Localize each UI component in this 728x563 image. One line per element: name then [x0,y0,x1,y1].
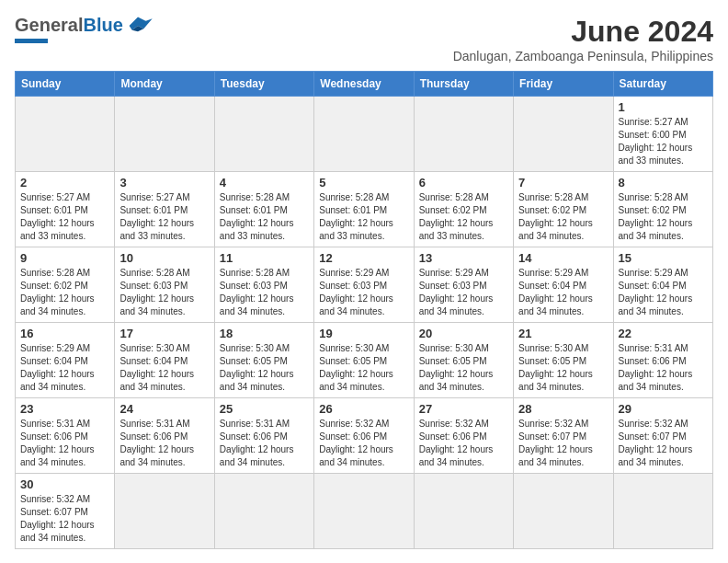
calendar-week-row: 23Sunrise: 5:31 AMSunset: 6:06 PMDayligh… [16,398,713,474]
day-info: Sunrise: 5:28 AMSunset: 6:02 PMDaylight:… [419,191,508,243]
day-number: 24 [119,402,209,416]
calendar-day-cell: 9Sunrise: 5:28 AMSunset: 6:02 PMDaylight… [16,247,115,323]
day-info: Sunrise: 5:31 AMSunset: 6:06 PMDaylight:… [619,342,708,394]
day-number: 4 [220,176,309,190]
weekday-header-wednesday: Wednesday [314,72,414,97]
calendar-day-cell: 14Sunrise: 5:29 AMSunset: 6:04 PMDayligh… [514,247,613,323]
day-info: Sunrise: 5:32 AMSunset: 6:07 PMDaylight:… [518,418,608,469]
calendar-day-cell: 11Sunrise: 5:28 AMSunset: 6:03 PMDayligh… [214,247,313,323]
day-info: Sunrise: 5:30 AMSunset: 6:05 PMDaylight:… [518,342,608,394]
calendar-day-cell: 27Sunrise: 5:32 AMSunset: 6:06 PMDayligh… [414,398,513,474]
calendar-week-row: 9Sunrise: 5:28 AMSunset: 6:02 PMDaylight… [16,247,713,323]
calendar-day-cell: 5Sunrise: 5:28 AMSunset: 6:01 PMDaylight… [314,172,414,247]
day-info: Sunrise: 5:30 AMSunset: 6:04 PMDaylight:… [119,342,209,394]
title-area: June 2024 Danlugan, Zamboanga Peninsula,… [453,15,713,63]
day-info: Sunrise: 5:30 AMSunset: 6:05 PMDaylight:… [220,342,309,394]
calendar-day-cell [613,474,712,549]
day-info: Sunrise: 5:29 AMSunset: 6:04 PMDaylight:… [619,267,708,318]
day-number: 19 [319,327,408,340]
calendar-day-cell [115,97,214,172]
day-number: 30 [20,477,109,491]
day-number: 6 [419,176,508,190]
day-number: 20 [419,327,508,340]
calendar-day-cell [314,97,414,172]
day-info: Sunrise: 5:28 AMSunset: 6:01 PMDaylight:… [319,191,408,243]
day-number: 9 [20,251,109,265]
day-info: Sunrise: 5:28 AMSunset: 6:02 PMDaylight:… [20,267,109,318]
day-number: 25 [220,402,309,416]
day-number: 16 [20,327,109,340]
calendar-day-cell [214,97,313,172]
calendar-day-cell: 29Sunrise: 5:32 AMSunset: 6:07 PMDayligh… [613,398,712,474]
day-number: 11 [220,251,309,265]
calendar-week-row: 30Sunrise: 5:32 AMSunset: 6:07 PMDayligh… [16,474,713,549]
day-number: 1 [619,100,708,114]
day-number: 3 [119,176,209,190]
calendar-day-cell: 17Sunrise: 5:30 AMSunset: 6:04 PMDayligh… [115,323,214,398]
logo-blue-text: Blue [83,15,122,36]
calendar-day-cell [514,474,613,549]
day-info: Sunrise: 5:28 AMSunset: 6:02 PMDaylight:… [518,191,608,243]
calendar-day-cell: 18Sunrise: 5:30 AMSunset: 6:05 PMDayligh… [214,323,313,398]
day-info: Sunrise: 5:29 AMSunset: 6:04 PMDaylight:… [518,267,608,318]
logo-general-text: General [15,15,83,36]
day-info: Sunrise: 5:31 AMSunset: 6:06 PMDaylight:… [119,418,209,469]
day-info: Sunrise: 5:30 AMSunset: 6:05 PMDaylight:… [319,342,408,394]
calendar-subtitle: Danlugan, Zamboanga Peninsula, Philippin… [453,49,713,63]
day-number: 18 [220,327,309,340]
calendar-day-cell: 26Sunrise: 5:32 AMSunset: 6:06 PMDayligh… [314,398,414,474]
day-number: 23 [20,402,109,416]
calendar-day-cell: 12Sunrise: 5:29 AMSunset: 6:03 PMDayligh… [314,247,414,323]
day-number: 8 [619,176,708,190]
day-info: Sunrise: 5:27 AMSunset: 6:01 PMDaylight:… [20,191,109,243]
day-info: Sunrise: 5:31 AMSunset: 6:06 PMDaylight:… [20,418,109,469]
calendar-day-cell: 4Sunrise: 5:28 AMSunset: 6:01 PMDaylight… [214,172,313,247]
weekday-header-thursday: Thursday [414,72,513,97]
calendar-day-cell: 19Sunrise: 5:30 AMSunset: 6:05 PMDayligh… [314,323,414,398]
calendar-day-cell [16,97,115,172]
calendar-day-cell: 15Sunrise: 5:29 AMSunset: 6:04 PMDayligh… [613,247,712,323]
logo-underline [15,39,48,43]
calendar-day-cell [514,97,613,172]
calendar-day-cell: 22Sunrise: 5:31 AMSunset: 6:06 PMDayligh… [613,323,712,398]
day-info: Sunrise: 5:29 AMSunset: 6:03 PMDaylight:… [419,267,508,318]
calendar-day-cell: 28Sunrise: 5:32 AMSunset: 6:07 PMDayligh… [514,398,613,474]
calendar-table: SundayMondayTuesdayWednesdayThursdayFrid… [15,71,713,549]
day-info: Sunrise: 5:32 AMSunset: 6:06 PMDaylight:… [319,418,408,469]
day-info: Sunrise: 5:32 AMSunset: 6:07 PMDaylight:… [20,493,109,545]
day-number: 5 [319,176,408,190]
page-header: General Blue June 2024 Danlugan, Zamboan… [15,15,713,63]
day-info: Sunrise: 5:28 AMSunset: 6:03 PMDaylight:… [119,267,209,318]
calendar-title: June 2024 [453,15,713,49]
day-number: 10 [119,251,209,265]
day-number: 14 [518,251,608,265]
day-info: Sunrise: 5:32 AMSunset: 6:07 PMDaylight:… [619,418,708,469]
calendar-day-cell: 20Sunrise: 5:30 AMSunset: 6:05 PMDayligh… [414,323,513,398]
calendar-day-cell: 16Sunrise: 5:29 AMSunset: 6:04 PMDayligh… [16,323,115,398]
weekday-header-saturday: Saturday [613,72,712,97]
day-number: 7 [518,176,608,190]
calendar-day-cell: 30Sunrise: 5:32 AMSunset: 6:07 PMDayligh… [16,474,115,549]
calendar-week-row: 1Sunrise: 5:27 AMSunset: 6:00 PMDaylight… [16,97,713,172]
calendar-day-cell [414,474,513,549]
day-number: 15 [619,251,708,265]
day-info: Sunrise: 5:31 AMSunset: 6:06 PMDaylight:… [220,418,309,469]
weekday-header-friday: Friday [514,72,613,97]
calendar-day-cell: 7Sunrise: 5:28 AMSunset: 6:02 PMDaylight… [514,172,613,247]
calendar-day-cell: 10Sunrise: 5:28 AMSunset: 6:03 PMDayligh… [115,247,214,323]
day-info: Sunrise: 5:27 AMSunset: 6:01 PMDaylight:… [119,191,209,243]
logo-bird-icon [123,16,153,36]
calendar-day-cell: 8Sunrise: 5:28 AMSunset: 6:02 PMDaylight… [613,172,712,247]
calendar-day-cell [115,474,214,549]
calendar-week-row: 16Sunrise: 5:29 AMSunset: 6:04 PMDayligh… [16,323,713,398]
day-number: 13 [419,251,508,265]
calendar-day-cell: 25Sunrise: 5:31 AMSunset: 6:06 PMDayligh… [214,398,313,474]
calendar-day-cell: 13Sunrise: 5:29 AMSunset: 6:03 PMDayligh… [414,247,513,323]
weekday-header-tuesday: Tuesday [214,72,313,97]
day-number: 22 [619,327,708,340]
calendar-day-cell: 3Sunrise: 5:27 AMSunset: 6:01 PMDaylight… [115,172,214,247]
day-number: 21 [518,327,608,340]
calendar-day-cell: 23Sunrise: 5:31 AMSunset: 6:06 PMDayligh… [16,398,115,474]
logo-area: General Blue [15,15,153,43]
weekday-header-sunday: Sunday [16,72,115,97]
